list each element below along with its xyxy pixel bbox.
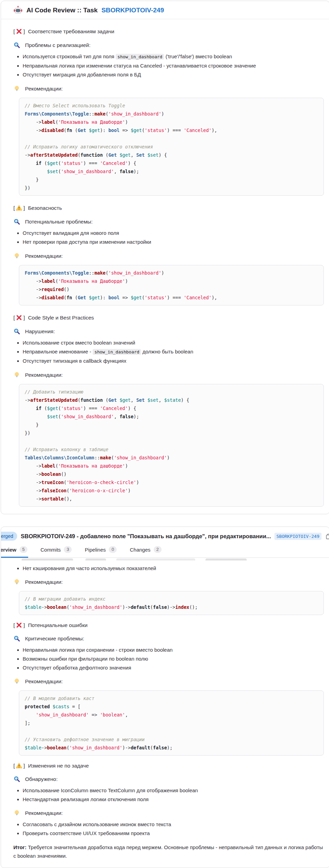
bracket-close: ] [23, 622, 25, 628]
recommendation-row: Рекомендации: [13, 85, 324, 92]
tab-count-badge: 5 [20, 546, 27, 553]
task-link[interactable]: SBORKPIOTOIV-249 [102, 7, 164, 14]
code-line: // Вместо Select использовать Toggle [25, 101, 318, 110]
code-block: // В модели добавить кастprotected $cast… [19, 690, 324, 756]
finding-label: Обнаружено: [25, 776, 58, 782]
code-line: ->required() [25, 285, 318, 293]
code-line: ->disabled(fn (Get $get): bool => $get('… [25, 126, 318, 134]
recommendation-label: Рекомендации: [25, 810, 63, 816]
ai-review-card: AI Code Review :: Task SBORKPIOTOIV-249 … [1, 1, 329, 514]
code-line: ->afterStateUpdated(function (Get $get, … [25, 151, 318, 159]
bulb-icon [13, 85, 20, 92]
bracket-open: [ [13, 315, 15, 321]
bullet-item: Нестандартная реализация логики отключен… [23, 796, 324, 803]
bullet-list: Использование строк вместо boolean значе… [13, 339, 324, 364]
cross-icon [16, 28, 22, 35]
finding-row: Проблемы с реализацией: [13, 42, 324, 49]
code-line [25, 727, 318, 735]
ai-review-header: AI Code Review :: Task SBORKPIOTOIV-249 [1, 1, 329, 15]
mr-title: SBORKPIOTOIV-249 - добавлено поле "Показ… [21, 533, 271, 540]
code-line [25, 134, 318, 143]
bulb-icon [13, 810, 20, 817]
bracket-close: ] [23, 763, 25, 769]
bullet-list: Нет кэширования для часто используемых п… [13, 565, 324, 572]
cross-icon [16, 622, 22, 628]
tab-pipelines[interactable]: Pipelines0 [84, 544, 117, 558]
bullet-item: Неправильная логика при изменении статус… [23, 62, 324, 69]
recommendation-row: Рекомендации: [13, 579, 324, 586]
section-heading: []Code Style и Best Practices [13, 314, 324, 321]
copy-branch-button[interactable] [326, 533, 329, 539]
warning-icon [16, 762, 22, 769]
code-block: // В миграции добавить индекс$table->boo… [19, 591, 324, 615]
section-heading: []Соответствие требованиям задачи [13, 28, 324, 35]
tab-overview[interactable]: Overview5 [1, 544, 28, 558]
code-line: } [25, 421, 318, 429]
cross-icon [16, 314, 22, 321]
tab-commits[interactable]: Commits3 [40, 544, 72, 558]
bullet-item: Использование IconColumn вместо TextColu… [23, 787, 324, 794]
section-heading: []Потенциальные ошибки [13, 622, 324, 628]
code-line [25, 437, 318, 445]
clipped-content-row [13, 558, 324, 560]
header-divider [1, 19, 329, 19]
code-line: if ($get('status') === 'Canceled') { [25, 159, 318, 167]
bracket-open: [ [13, 622, 15, 628]
code-block: // Добавить типизацию->afterStateUpdated… [19, 384, 324, 507]
recommendation-row: Рекомендации: [13, 253, 324, 260]
code-line: Tables\Columns\IconColumn::make('show_in… [25, 454, 318, 462]
bracket-close: ] [23, 205, 25, 211]
code-line: ->label('Показывать на Дашборде') [25, 277, 318, 285]
bracket-open: [ [13, 28, 15, 35]
section-title: Изменения не по задаче [28, 763, 89, 769]
code-line: Forms\Components\Toggle::make('show_in_d… [25, 110, 318, 118]
bullet-list: Использование IconColumn вместо TextColu… [13, 787, 324, 803]
code-line: } [25, 176, 318, 184]
warning-icon [16, 205, 22, 211]
bullet-item: Неправильное именование - show_in_dashbo… [23, 348, 324, 355]
bullet-item: Нет проверки прав доступа при изменении … [23, 238, 324, 245]
finding-row: Обнаружено: [13, 776, 324, 783]
code-line: ->disabled(fn (Get $get): bool => $get('… [25, 293, 318, 302]
tab-label: Changes [130, 547, 150, 553]
recommendation-label: Рекомендации: [25, 579, 63, 585]
tab-label: Pipelines [85, 547, 106, 553]
tab-label: Commits [40, 547, 61, 553]
code-line: }) [25, 184, 318, 192]
code-line: // В миграции добавить индекс [25, 595, 318, 603]
code-line: }) [25, 429, 318, 437]
inline-code-chip: show_in_dashboard [93, 349, 141, 355]
robot-icon [13, 5, 23, 15]
finding-row: Нарушения: [13, 328, 324, 335]
bracket-close: ] [23, 315, 25, 321]
code-line: // Установить дефолтное значение в мигра… [25, 735, 318, 744]
bullet-item: Отсутствует миграция для добавления поля… [23, 71, 324, 78]
bullet-item: Используется строковый тип для поля show… [23, 53, 324, 60]
bullet-list: Согласовать с дизайном использование ико… [13, 821, 324, 837]
bulb-icon [13, 678, 20, 685]
mr-header: Merged SBORKPIOTOIV-249 - добавлено поле… [1, 532, 329, 541]
code-line: 'show_in_dashboard' => 'boolean', [25, 711, 318, 719]
recommendation-row: Рекомендации: [13, 810, 324, 817]
finding-row: Потенциальные проблемы: [13, 218, 324, 225]
review-title: AI Code Review :: Task [26, 7, 98, 14]
inline-code-chip: show_in_dashboard [116, 54, 164, 60]
bullet-item: Использование строк вместо boolean значе… [23, 339, 324, 346]
code-line: ->falseIcon('heroicon-o-x-circle') [25, 486, 318, 495]
tab-changes[interactable]: Changes2 [129, 544, 162, 558]
section-title: Code Style и Best Practices [28, 315, 94, 321]
code-line: ->afterStateUpdated(function (Get $get, … [25, 396, 318, 404]
code-line: ]; [25, 719, 318, 727]
merge-request-card: Merged SBORKPIOTOIV-249 - добавлено поле… [1, 527, 329, 868]
bullet-item: Возможны ошибки при фильтрации по boolea… [23, 655, 324, 662]
mr-tabs: Overview5Commits3Pipelines0Changes2 [1, 544, 329, 558]
code-line: protected $casts = [ [25, 702, 318, 711]
code-line: $set('show_in_dashboard', false); [25, 167, 318, 176]
code-line: $table->boolean('show_in_dashboard')->de… [25, 744, 318, 752]
bullet-item: Неправильная логика при сохранении - стр… [23, 646, 324, 653]
bullet-list: Отсутствует валидация для нового поляНет… [13, 229, 324, 245]
source-branch-ref[interactable]: SBORKPIOTOIV-249 [274, 533, 321, 540]
section-title: Соответствие требованиям задачи [28, 28, 115, 35]
finding-label: Критические проблемы: [25, 636, 84, 642]
code-block: Forms\Components\Toggle::make('show_in_d… [19, 265, 324, 305]
